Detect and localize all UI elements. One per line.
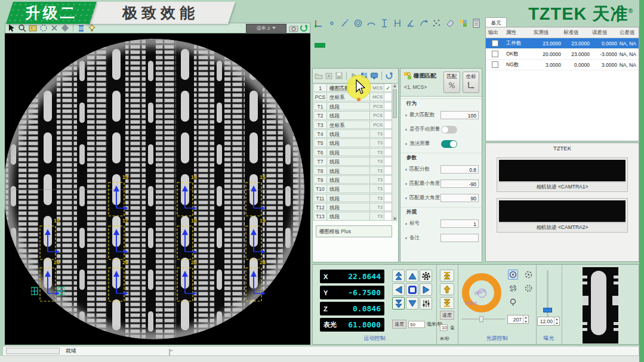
light-brightness-slider[interactable]	[461, 318, 505, 320]
arc-tool-icon[interactable]	[366, 18, 377, 29]
output-checkbox[interactable]	[492, 61, 498, 68]
light-value-spinner[interactable]: 207	[507, 315, 529, 324]
result-row[interactable]: OK数 20.0000 23.0000 -3.0000 NA, NA	[486, 49, 639, 60]
property-input[interactable]: 0.8	[440, 165, 479, 174]
step-row[interactable]: T6 线段 T3	[313, 148, 392, 156]
output-checkbox[interactable]	[492, 51, 498, 57]
magnification-select[interactable]: 倍率 2	[246, 24, 286, 33]
column-header[interactable]: 实测值	[531, 29, 561, 36]
template-match-icon[interactable]	[458, 18, 469, 29]
step-row[interactable]: T9 线段 T3	[313, 175, 392, 184]
section-header[interactable]: 外观	[400, 207, 482, 216]
step-row[interactable]: T7 线段 T3	[313, 157, 392, 165]
property-toggle[interactable]	[441, 140, 457, 148]
light-mode-segment-icon[interactable]	[508, 283, 518, 293]
z-up-button[interactable]	[440, 283, 454, 295]
eraser-icon[interactable]	[445, 18, 455, 29]
layers-icon[interactable]	[77, 24, 85, 32]
output-checkbox[interactable]	[492, 40, 498, 47]
result-row[interactable]: 工件数 23.0000 23.0000 0.0000 NA, NA	[486, 38, 639, 49]
property-input[interactable]	[440, 234, 479, 242]
property-input[interactable]: 100	[440, 111, 479, 119]
jog-up-button[interactable]	[406, 270, 418, 282]
column-header[interactable]: 公差值	[617, 29, 639, 36]
jog-left-button[interactable]	[392, 283, 405, 296]
calculator-icon[interactable]	[471, 18, 482, 29]
snapshot-camera-icon[interactable]	[289, 24, 297, 32]
distance-tool-icon[interactable]	[379, 18, 390, 29]
steps-scrollbar[interactable]: ▲ ▼	[392, 83, 398, 221]
coordinate-system-icon[interactable]	[313, 18, 324, 29]
column-header[interactable]: 属性	[504, 29, 531, 36]
light-mode-full-icon[interactable]	[508, 270, 518, 280]
step-row[interactable]: T2 线段 PCS	[313, 111, 392, 119]
step-row[interactable]: T4 线段 T3	[313, 129, 392, 138]
zoom-tool-icon[interactable]	[18, 24, 26, 32]
camera-trace-item[interactable]: 相机轨迹 <CAMTRA1>	[497, 157, 628, 192]
camera-image-viewport[interactable]: 13 14	[5, 33, 310, 345]
property-input[interactable]: -90	[440, 180, 479, 188]
step-row[interactable]: T12 线段 T3	[313, 203, 392, 211]
exposure-slider-handle[interactable]	[543, 308, 552, 313]
column-header[interactable]: 标准值	[561, 29, 590, 36]
jog-down-button[interactable]	[406, 297, 418, 310]
spin-down-icon[interactable]	[554, 321, 559, 326]
step-row[interactable]: T13 线段 T3	[313, 212, 392, 220]
scroll-thumb[interactable]	[393, 89, 397, 118]
section-header[interactable]: 行为	[400, 98, 482, 108]
width-tool-icon[interactable]	[392, 18, 403, 29]
spin-down-icon[interactable]	[523, 320, 528, 324]
roi-tool-icon[interactable]	[39, 24, 48, 32]
delete-roi-icon[interactable]	[50, 24, 58, 32]
scatter-points-icon[interactable]	[432, 18, 442, 29]
xy-speed-input[interactable]: 50	[408, 321, 425, 328]
angle-tool-icon[interactable]	[405, 18, 416, 29]
z-down-fast-button[interactable]	[440, 297, 454, 309]
step-row[interactable]: T10 线段 T3	[313, 184, 392, 193]
z-up-fast-button[interactable]	[440, 270, 454, 281]
coordinate-button[interactable]: 坐标	[463, 72, 479, 93]
result-row[interactable]: NG数 3.0000 0.0000 3.0000 NA, NA	[486, 60, 639, 70]
light-mode-spot-icon[interactable]	[508, 297, 518, 307]
image-tool-icon[interactable]	[29, 24, 37, 32]
step-row[interactable]: T3 坐标系 PCS	[313, 120, 392, 129]
column-header[interactable]: 输出	[486, 29, 504, 36]
camera-trace-item[interactable]: 相机轨迹 <CAMTRA2>	[497, 198, 628, 233]
step-row[interactable]: T8 线段 T3	[313, 166, 392, 175]
property-input[interactable]: 1	[440, 219, 479, 228]
import-icon[interactable]	[325, 72, 333, 80]
jog-right-button[interactable]	[420, 283, 432, 296]
match-button[interactable]: 匹配	[443, 72, 460, 93]
step-row[interactable]: T5 线段 T3	[313, 138, 392, 147]
slider-handle[interactable]	[479, 316, 483, 322]
open-icon[interactable]	[315, 72, 323, 80]
jog-down-fast-button[interactable]	[392, 297, 405, 310]
arc-measure-icon[interactable]	[418, 18, 429, 29]
save-icon[interactable]	[335, 72, 343, 80]
z-speed-input[interactable]: 10	[440, 324, 448, 331]
line-tool-icon[interactable]	[340, 18, 350, 29]
column-header[interactable]: 误差值	[590, 29, 617, 36]
step-row[interactable]: T11 线段 T3	[313, 194, 392, 202]
jog-settings-button[interactable]	[420, 270, 432, 282]
crosshair-tool-icon[interactable]	[61, 24, 69, 32]
property-toggle[interactable]	[441, 126, 457, 134]
active-tool-box[interactable]: 栅图模板 Plus	[316, 225, 392, 237]
exposure-spinner[interactable]: 12.00	[537, 317, 560, 326]
light-mode-sector-icon[interactable]	[523, 283, 534, 293]
cursor-tool-icon[interactable]	[7, 24, 16, 32]
refresh-icon[interactable]	[300, 24, 308, 32]
circle-tool-icon[interactable]	[353, 18, 363, 29]
section-header[interactable]: 参数	[400, 153, 482, 162]
sync-icon[interactable]	[385, 72, 393, 80]
light-mode-quad-icon[interactable]	[523, 270, 534, 280]
scroll-down-icon[interactable]: ▼	[393, 216, 397, 221]
tab-primitives[interactable]: 基元	[485, 17, 507, 27]
jog-tune-button[interactable]	[420, 297, 432, 310]
light-bulb-icon[interactable]	[88, 24, 96, 32]
jog-stop-button[interactable]	[406, 283, 418, 296]
point-tool-icon[interactable]	[326, 18, 337, 29]
scroll-up-icon[interactable]: ▲	[393, 83, 397, 88]
jog-up-fast-button[interactable]	[392, 270, 405, 282]
property-input[interactable]: 90	[440, 194, 479, 202]
